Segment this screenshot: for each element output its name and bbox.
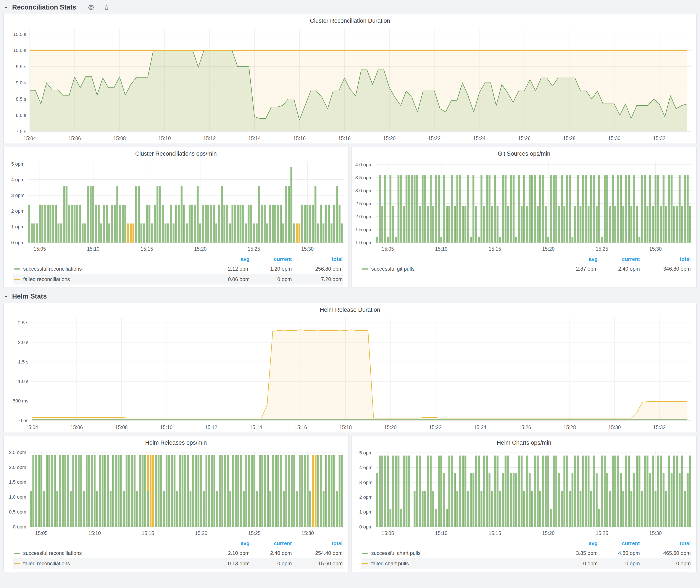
chevron-down-icon[interactable] xyxy=(3,294,9,299)
legend-series-label[interactable]: successful reconciliations xyxy=(23,266,82,272)
y-tick-label: 7.5 s xyxy=(16,129,26,134)
panel-title[interactable]: Helm Release Duration xyxy=(4,303,696,315)
series-successful-chart-pulls xyxy=(376,456,691,527)
y-tick-label: 1.0 opm xyxy=(355,240,373,245)
legend-row: successful chart pulls 3.85 opm 4.80 opm… xyxy=(361,548,691,558)
legend: avg current total successful git pulls 2… xyxy=(361,255,691,274)
legend: avg current total successful reconciliat… xyxy=(13,255,343,284)
dashboard: Reconciliation Stats Cluster Reconciliat… xyxy=(0,0,700,574)
section-header-helm[interactable]: Helm Stats xyxy=(0,289,700,303)
x-tick-label: 15:20 xyxy=(542,246,555,252)
panel-title[interactable]: Cluster Reconciliation Duration xyxy=(4,14,696,26)
legend-row: successful git pulls 2.87 opm 2.40 opm 3… xyxy=(361,264,691,274)
x-tick-label: 15:25 xyxy=(248,530,261,536)
series-successful-git-pulls xyxy=(376,175,691,242)
y-tick-label: 1.5 opm xyxy=(355,227,373,232)
y-tick-label: 1 opm xyxy=(359,509,373,515)
legend-series-label[interactable]: successful git pulls xyxy=(371,266,415,272)
panel-cluster-reconciliation-duration: Cluster Reconciliation Duration 7.5 s8.0… xyxy=(3,14,697,144)
panel-title[interactable]: Git Sources ops/min xyxy=(352,147,696,158)
legend-total-value: 346.80 opm xyxy=(640,266,691,272)
x-tick-label: 15:14 xyxy=(248,136,261,141)
legend-series-label[interactable]: failed reconciliations xyxy=(23,276,70,282)
y-tick-label: 1.0 opm xyxy=(9,494,26,500)
legend-total-value: 7.20 opm xyxy=(292,276,343,282)
legend-series-label[interactable]: failed chart pulls xyxy=(371,561,409,567)
x-tick-label: 15:05 xyxy=(382,530,394,536)
series-swatch-orange xyxy=(14,279,20,280)
y-tick-label: 2.0 opm xyxy=(355,214,373,219)
x-tick-label: 15:12 xyxy=(203,136,216,141)
y-tick-label: 0.5 opm xyxy=(9,509,26,515)
legend-col-total[interactable]: total xyxy=(640,540,691,546)
y-tick-label: 0 opm xyxy=(13,524,26,530)
panel-helm-releases-ops: Helm Releases ops/min 0 opm0.5 opm1.0 op… xyxy=(3,436,348,572)
section-title[interactable]: Reconciliation Stats xyxy=(12,3,76,11)
helm-release-duration-chart[interactable]: 0 ns500 ms1.0 s1.5 s2.0 s2.5 s15:0415:06… xyxy=(4,315,696,433)
y-tick-label: 2.0 opm xyxy=(9,465,26,470)
legend-col-current[interactable]: current xyxy=(598,256,640,262)
y-tick-label: 4 opm xyxy=(11,177,24,182)
x-tick-label: 15:20 xyxy=(194,246,207,252)
panel-helm-charts-ops: Helm Charts ops/min 0 opm1 opm2 opm3 opm… xyxy=(352,436,697,572)
x-tick-label: 15:18 xyxy=(339,425,352,430)
x-tick-label: 15:24 xyxy=(474,425,486,430)
y-tick-label: 8.0 s xyxy=(16,113,26,118)
helm-charts-ops-chart[interactable]: 0 opm1 opm2 opm3 opm4 opm5 opm15:0515:10… xyxy=(352,447,696,538)
y-tick-label: 5 opm xyxy=(359,450,373,456)
legend-col-avg[interactable]: avg xyxy=(555,540,598,546)
legend-col-total[interactable]: total xyxy=(292,256,343,262)
legend-series-label[interactable]: successful chart pulls xyxy=(371,550,421,556)
legend-col-total[interactable]: total xyxy=(292,540,343,546)
y-tick-label: 3 opm xyxy=(359,480,373,485)
series-fills xyxy=(32,330,687,420)
y-tick-label: 2 opm xyxy=(11,208,24,214)
y-tick-label: 1 opm xyxy=(11,224,24,229)
x-tick-label: 15:06 xyxy=(68,136,81,141)
legend-col-total[interactable]: total xyxy=(640,256,691,262)
y-tick-label: 4.0 opm xyxy=(355,162,373,167)
section-title[interactable]: Helm Stats xyxy=(12,292,47,300)
legend-col-avg[interactable]: avg xyxy=(207,256,250,262)
x-tick-label: 15:20 xyxy=(383,136,396,141)
legend-current-value: 4.80 opm xyxy=(598,550,640,556)
x-tick-label: 15:28 xyxy=(563,136,576,141)
git-sources-ops-chart[interactable]: 1.0 opm1.5 opm2.0 opm2.5 opm3.0 opm3.5 o… xyxy=(352,158,696,254)
x-tick-label: 15:25 xyxy=(596,530,608,536)
x-tick-label: 15:08 xyxy=(115,425,128,430)
y-tick-label: 5 opm xyxy=(11,161,24,167)
panel-title[interactable]: Cluster Reconciliations ops/min xyxy=(4,147,348,158)
panel-title[interactable]: Helm Releases ops/min xyxy=(4,436,348,447)
panel-title[interactable]: Helm Charts ops/min xyxy=(352,436,696,447)
section-header-reconciliation[interactable]: Reconciliation Stats xyxy=(0,0,700,14)
legend-row: failed chart pulls 0 opm 0 opm 0 opm xyxy=(361,558,691,569)
cluster-reconciliation-duration-chart[interactable]: 7.5 s8.0 s8.5 s9.0 s9.5 s10.0 s10.5 s15:… xyxy=(4,26,696,144)
panel-helm-release-duration: Helm Release Duration 0 ns500 ms1.0 s1.5… xyxy=(3,303,697,433)
legend-series-label[interactable]: successful reconciliations xyxy=(23,550,82,556)
x-tick-label: 15:30 xyxy=(301,246,314,252)
legend-col-avg[interactable]: avg xyxy=(555,256,598,262)
legend: avg current total successful reconciliat… xyxy=(13,539,343,569)
legend-current-value: 0 opm xyxy=(250,276,292,282)
legend-row: successful reconciliations 2.12 opm 1.20… xyxy=(13,264,343,274)
x-tick-label: 15:15 xyxy=(140,246,153,252)
series-successful-reconciliations xyxy=(30,455,343,527)
y-tick-label: 2.5 s xyxy=(18,320,28,325)
legend-avg-value: 0 opm xyxy=(555,561,598,567)
gear-icon[interactable] xyxy=(87,4,95,11)
helm-releases-ops-chart[interactable]: 0 opm0.5 opm1.0 opm1.5 opm2.0 opm2.5 opm… xyxy=(4,447,348,538)
legend-col-current[interactable]: current xyxy=(250,540,292,546)
legend-series-label[interactable]: failed reconciliations xyxy=(23,561,70,567)
legend-col-current[interactable]: current xyxy=(250,256,292,262)
series-swatch-orange xyxy=(362,563,368,564)
legend-col-current[interactable]: current xyxy=(598,540,640,546)
y-tick-label: 0 ns xyxy=(19,418,28,423)
trash-icon[interactable] xyxy=(103,4,110,11)
chevron-down-icon[interactable] xyxy=(3,5,9,10)
legend-col-avg[interactable]: avg xyxy=(207,540,250,546)
x-tick-label: 15:12 xyxy=(205,425,218,430)
legend-row: failed reconciliations 0.13 opm 0 opm 15… xyxy=(13,558,343,569)
cluster-reconciliations-ops-chart[interactable]: 0 opm1 opm2 opm3 opm4 opm5 opm15:0515:10… xyxy=(4,158,348,254)
legend-header: avg current total xyxy=(13,255,343,264)
legend-total-value: 254.40 opm xyxy=(292,550,343,556)
